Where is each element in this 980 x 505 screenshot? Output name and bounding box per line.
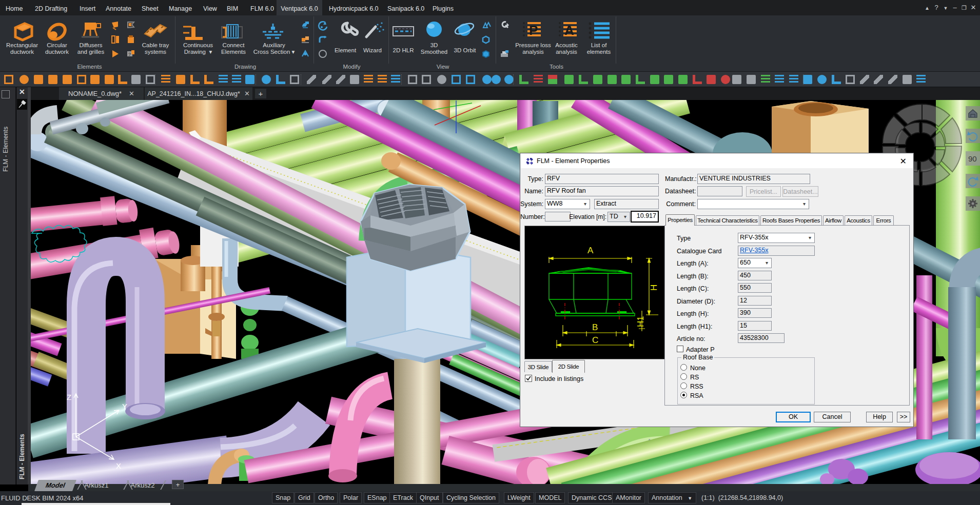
svg-text:A: A — [587, 246, 594, 255]
svg-text:P: P — [529, 23, 538, 38]
svg-text:A: A — [564, 23, 574, 38]
svg-text:H1: H1 — [636, 316, 645, 327]
svg-text:C: C — [592, 335, 598, 345]
svg-text:Y: Y — [122, 402, 127, 411]
svg-text:X: X — [116, 461, 121, 470]
svg-text:?: ? — [128, 52, 131, 57]
svg-text:B: B — [592, 322, 598, 332]
svg-text:90: 90 — [968, 154, 977, 163]
svg-text:H: H — [649, 285, 659, 291]
svg-text:Z: Z — [67, 393, 71, 401]
